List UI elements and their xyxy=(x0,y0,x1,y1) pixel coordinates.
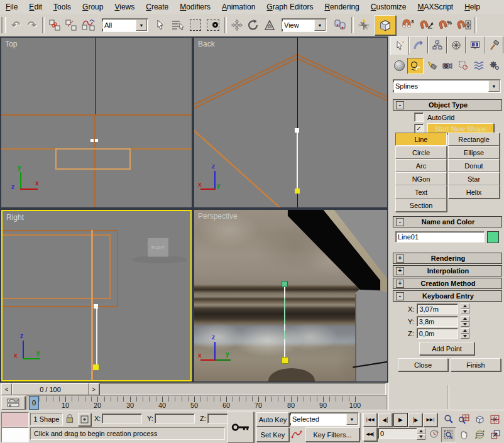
time-configuration-button[interactable] xyxy=(428,428,440,440)
rectangular-selection-region-icon[interactable] xyxy=(187,16,204,34)
region-zoom-button-active[interactable] xyxy=(441,427,456,442)
autogrid-checkbox[interactable] xyxy=(414,112,424,122)
percent-snap-toggle-icon[interactable]: % xyxy=(436,16,455,34)
snap-toggle-3-icon[interactable]: 3 xyxy=(398,16,417,34)
angle-snap-toggle-icon[interactable] xyxy=(417,16,436,34)
z-spinner[interactable] xyxy=(461,328,469,339)
spline-button-helix[interactable]: Helix xyxy=(448,185,500,199)
select-and-rotate-icon[interactable] xyxy=(245,16,261,34)
start-new-shape-checkbox[interactable]: ✓ xyxy=(414,124,424,133)
key-mode-dropdown[interactable]: Selected ▼ xyxy=(290,412,359,426)
space-warps-category-icon[interactable] xyxy=(471,58,486,73)
go-to-end-button[interactable]: ▶▶| xyxy=(424,413,437,427)
menu-animation[interactable]: Animation xyxy=(216,1,261,13)
dropdown-arrow-icon[interactable]: ▼ xyxy=(314,19,326,31)
keyboard-entry-y-field[interactable] xyxy=(417,316,458,327)
dropdown-arrow-icon[interactable]: ▼ xyxy=(136,19,147,31)
rollout-object-type[interactable]: -Object Type xyxy=(393,99,502,111)
spline-button-text[interactable]: Text xyxy=(395,185,447,199)
lights-category-icon[interactable] xyxy=(424,58,439,73)
menu-customize[interactable]: Customize xyxy=(365,1,412,13)
dropdown-arrow-icon[interactable]: ▼ xyxy=(346,413,358,425)
time-slider-prev-button[interactable]: < xyxy=(1,383,12,395)
menu-graph-editors[interactable]: Graph Editors xyxy=(261,1,319,13)
toolbar-drag-handle[interactable] xyxy=(1,17,6,33)
select-and-move-icon[interactable] xyxy=(229,16,245,34)
rollout-name-and-color[interactable]: -Name and Color xyxy=(393,216,502,227)
bind-to-space-warp-icon[interactable] xyxy=(79,16,98,34)
menu-views[interactable]: Views xyxy=(109,1,140,13)
tab-create[interactable] xyxy=(390,36,409,55)
viewport-back[interactable]: Back z x y xyxy=(194,38,387,207)
menu-modifiers[interactable]: Modifiers xyxy=(174,1,216,13)
select-object-icon[interactable] xyxy=(152,16,168,34)
unlink-selection-icon[interactable] xyxy=(63,16,79,34)
current-frame-field[interactable] xyxy=(378,428,418,439)
spline-button-rectangle[interactable]: Rectangle xyxy=(448,133,500,146)
x-spinner[interactable] xyxy=(461,304,469,314)
helpers-category-icon[interactable] xyxy=(456,58,471,73)
set-keys-button[interactable] xyxy=(227,412,254,443)
arc-rotate-button[interactable] xyxy=(473,427,486,441)
object-name-field[interactable] xyxy=(395,231,485,243)
track-bar-ruler[interactable]: 0 10 20 30 40 50 60 70 80 90 100 0 xyxy=(26,395,387,410)
viewport-top[interactable]: Top y x z xyxy=(1,38,192,207)
redo-icon[interactable]: ↷ xyxy=(24,16,40,34)
menu-rendering[interactable]: Rendering xyxy=(319,1,364,13)
add-point-button[interactable]: Add Point xyxy=(419,342,474,355)
spline-button-circle[interactable]: Circle xyxy=(395,146,447,159)
object-color-swatch[interactable] xyxy=(487,231,499,243)
menu-create[interactable]: Create xyxy=(140,1,174,13)
transform-x-field[interactable] xyxy=(102,413,142,424)
zoom-extents-all-button[interactable] xyxy=(488,412,502,426)
cameras-category-icon[interactable] xyxy=(440,58,455,73)
menu-help[interactable]: Help xyxy=(459,1,486,13)
auto-key-button[interactable]: Auto Key xyxy=(256,412,289,427)
key-mode-toggle-button[interactable]: ◀◀| xyxy=(363,427,377,441)
play-animation-button[interactable]: ▶ xyxy=(393,413,408,427)
next-frame-button[interactable]: |▶ xyxy=(408,413,422,427)
tab-motion[interactable] xyxy=(447,36,466,53)
menu-edit[interactable]: Edit xyxy=(23,1,48,13)
dropdown-arrow-icon[interactable]: ▼ xyxy=(488,80,500,92)
zoom-button[interactable] xyxy=(441,412,455,426)
geometry-category-icon[interactable] xyxy=(392,58,407,73)
select-and-link-icon[interactable] xyxy=(47,16,63,34)
key-filters-button[interactable]: Key Filters... xyxy=(305,427,359,442)
keyboard-entry-z-field[interactable] xyxy=(417,328,458,339)
menu-maxscript[interactable]: MAXScript xyxy=(412,1,459,13)
time-slider-next-button[interactable]: > xyxy=(89,383,99,395)
menu-group[interactable]: Group xyxy=(77,1,109,13)
zoom-all-button[interactable] xyxy=(457,412,471,426)
use-pivot-point-center-icon[interactable] xyxy=(331,16,349,34)
default-in-out-tangents-button[interactable] xyxy=(290,428,304,440)
current-frame-marker[interactable]: 0 xyxy=(29,396,39,410)
go-to-start-button[interactable]: |◀◀ xyxy=(363,413,377,427)
snaps-toggle-button[interactable] xyxy=(375,15,396,35)
frame-spinner[interactable] xyxy=(417,428,425,440)
y-spinner[interactable] xyxy=(461,316,469,327)
spline-button-ngon[interactable]: NGon xyxy=(395,172,447,185)
window-crossing-toggle-icon[interactable] xyxy=(204,16,222,34)
viewport-top-label[interactable]: Top xyxy=(5,40,17,48)
systems-category-icon[interactable] xyxy=(487,58,502,73)
spline-button-star[interactable]: Star xyxy=(448,172,500,185)
select-and-manipulate-icon[interactable] xyxy=(356,16,372,34)
spline-button-ellipse[interactable]: Ellipse xyxy=(448,146,500,159)
time-slider-handle[interactable]: 0 / 100 xyxy=(12,383,89,395)
selection-lock-toggle[interactable] xyxy=(65,413,74,425)
spinner-snap-toggle-icon[interactable] xyxy=(455,16,473,34)
tab-modify[interactable] xyxy=(409,36,428,53)
previous-frame-button[interactable]: ◀| xyxy=(378,413,392,427)
rollout-interpolation[interactable]: +Interpolation xyxy=(393,265,502,276)
absolute-offset-mode-toggle[interactable] xyxy=(78,413,91,426)
transform-y-field[interactable] xyxy=(155,413,195,424)
select-by-name-icon[interactable] xyxy=(168,16,187,34)
menu-tools[interactable]: Tools xyxy=(48,1,77,13)
shapes-category-icon-active[interactable] xyxy=(407,58,424,74)
viewport-back-label[interactable]: Back xyxy=(198,40,215,48)
spline-button-line[interactable]: Line xyxy=(395,133,447,146)
rollout-rendering[interactable]: +Rendering xyxy=(393,253,502,264)
keyboard-entry-x-field[interactable] xyxy=(417,304,458,314)
rollout-creation-method[interactable]: +Creation Method xyxy=(393,278,502,289)
